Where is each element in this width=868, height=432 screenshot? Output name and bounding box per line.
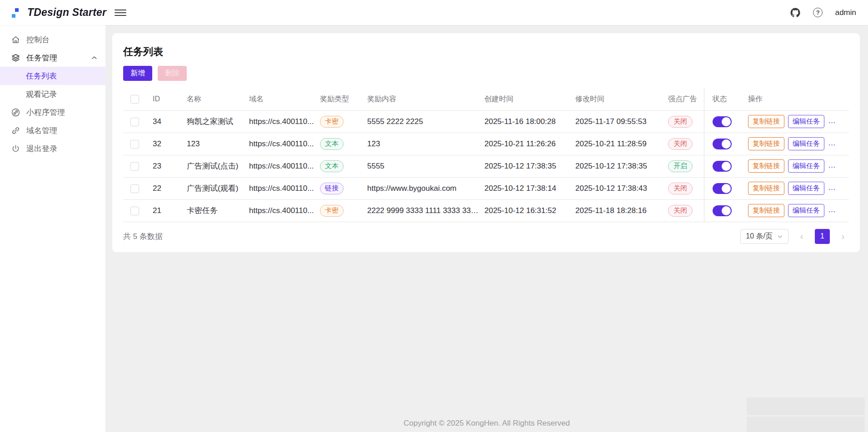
reward-type-tag: 文本 [320, 138, 344, 150]
col-reward-type: 奖励类型 [320, 88, 367, 110]
cell-name: 狗凯之家测试 [187, 110, 249, 133]
table-row: 23 广告测试(点击) https://cs.400110... 文本 5555… [123, 155, 849, 177]
cell-created-time: 2025-11-16 18:00:28 [484, 110, 575, 133]
cell-actions: 复制链接编辑任务查看数据 [742, 155, 849, 177]
row-checkbox[interactable] [130, 140, 139, 149]
table-header-row: ID 名称 域名 奖励类型 奖励内容 创建时间 修改时间 强点广告 状态 操作 [123, 88, 849, 110]
power-icon [11, 144, 20, 154]
edit-task-button[interactable]: 编辑任务 [788, 204, 824, 217]
row-checkbox[interactable] [130, 162, 139, 171]
cell-reward-content: 2222 9999 3333 1111 3333 333... [367, 199, 484, 222]
edit-task-button[interactable]: 编辑任务 [788, 137, 824, 150]
table-row: 21 卡密任务 https://cs.400110... 卡密 2222 999… [123, 199, 849, 222]
col-created-time: 创建时间 [484, 88, 575, 110]
status-toggle[interactable] [713, 183, 732, 194]
col-name: 名称 [187, 88, 249, 110]
app-title: TDesign Starter [27, 6, 106, 19]
sidebar-item-label: 小程序管理 [26, 107, 98, 118]
status-toggle[interactable] [713, 116, 732, 127]
prev-page-button[interactable]: ‹ [796, 231, 808, 242]
reward-type-tag: 链接 [320, 183, 344, 194]
sidebar-item-miniapp-manage[interactable]: 小程序管理 [0, 103, 105, 121]
chevron-up-icon [91, 55, 98, 61]
row-checkbox[interactable] [130, 207, 139, 215]
next-page-button[interactable]: › [837, 231, 849, 242]
edit-task-button[interactable]: 编辑任务 [788, 182, 824, 195]
cell-updated-time: 2025-10-12 17:38:35 [575, 155, 668, 177]
table-row: 34 狗凯之家测试 https://cs.400110... 卡密 5555 2… [123, 110, 849, 133]
cell-created-time: 2025-10-21 11:26:26 [484, 133, 575, 155]
cell-name: 广告测试(点击) [187, 155, 249, 177]
sidebar-item-task-list[interactable]: 任务列表 [0, 67, 105, 85]
cell-name: 广告测试(观看) [187, 177, 249, 199]
cell-id: 21 [153, 199, 187, 222]
col-id: ID [153, 88, 187, 110]
edit-task-button[interactable]: 编辑任务 [788, 115, 824, 128]
page-size-select[interactable]: 10 条/页 [740, 229, 788, 244]
status-toggle[interactable] [713, 205, 732, 216]
cell-actions: 复制链接编辑任务查看数据 [742, 199, 849, 222]
force-ad-tag: 关闭 [668, 205, 693, 217]
task-list-card: 任务列表 新增 删除 ID 名称 域名 奖励类型 奖励内容 创建时间 修改时间 … [112, 33, 860, 252]
sidebar-nav: 控制台 任务管理 任务列表 观看记录 小程序管理 域名管理 退出登录 [0, 25, 105, 432]
sidebar-item-task-manage[interactable]: 任务管理 [0, 49, 105, 67]
cell-id: 34 [153, 110, 187, 133]
col-updated-time: 修改时间 [575, 88, 668, 110]
pagination-bar: 共 5 条数据 10 条/页 ‹ 1 › [123, 229, 849, 244]
sidebar-item-domain-manage[interactable]: 域名管理 [0, 121, 105, 139]
cell-id: 32 [153, 133, 187, 155]
cell-name: 123 [187, 133, 249, 155]
cell-updated-time: 2025-10-12 17:38:43 [575, 177, 668, 199]
cell-reward-content: 5555 2222 2225 [367, 110, 484, 133]
table-row: 32 123 https://cs.400110... 文本 123 2025-… [123, 133, 849, 155]
row-checkbox[interactable] [130, 118, 139, 126]
cell-created-time: 2025-10-12 16:31:52 [484, 199, 575, 222]
edit-task-button[interactable]: 编辑任务 [788, 159, 824, 173]
github-icon[interactable] [790, 7, 801, 18]
col-domain: 域名 [249, 88, 320, 110]
task-table: ID 名称 域名 奖励类型 奖励内容 创建时间 修改时间 强点广告 状态 操作 … [123, 88, 849, 222]
watermark-box [747, 417, 865, 432]
top-bar: TDesign Starter ? admin [0, 0, 868, 25]
cell-created-time: 2025-10-12 17:38:14 [484, 177, 575, 199]
page-number-button[interactable]: 1 [815, 229, 830, 244]
copy-link-button[interactable]: 复制链接 [748, 115, 784, 128]
cell-reward-content: https://www.bygoukai.com [367, 177, 484, 199]
copy-link-button[interactable]: 复制链接 [748, 182, 784, 195]
copy-link-button[interactable]: 复制链接 [748, 159, 784, 173]
table-body: 34 狗凯之家测试 https://cs.400110... 卡密 5555 2… [123, 110, 849, 222]
copy-link-button[interactable]: 复制链接 [748, 137, 784, 150]
main-content: 任务列表 新增 删除 ID 名称 域名 奖励类型 奖励内容 创建时间 修改时间 … [105, 25, 868, 432]
force-ad-tag: 开启 [668, 160, 693, 172]
watermark-box [747, 397, 865, 415]
sidebar-item-label: 任务列表 [26, 71, 98, 81]
sidebar-item-logout[interactable]: 退出登录 [0, 139, 105, 158]
page-title: 任务列表 [123, 45, 849, 59]
sidebar-item-label: 域名管理 [26, 125, 98, 136]
status-toggle[interactable] [713, 161, 732, 172]
table-row: 22 广告测试(观看) https://cs.400110... 链接 http… [123, 177, 849, 199]
row-checkbox[interactable] [130, 184, 139, 193]
app-logo: TDesign Starter [10, 6, 106, 20]
user-menu[interactable]: admin [835, 8, 856, 17]
sidebar-item-watch-records[interactable]: 观看记录 [0, 85, 105, 103]
sidebar-item-console[interactable]: 控制台 [0, 30, 105, 49]
delete-button[interactable]: 删除 [158, 66, 187, 81]
cell-name: 卡密任务 [187, 199, 249, 222]
collapse-menu-icon[interactable] [115, 7, 126, 19]
layers-icon [11, 53, 20, 63]
reward-type-tag: 卡密 [320, 205, 344, 217]
force-ad-tag: 关闭 [668, 116, 693, 128]
help-icon[interactable]: ? [813, 7, 823, 18]
add-button[interactable]: 新增 [123, 66, 152, 81]
cell-domain: https://cs.400110... [249, 133, 320, 155]
cell-updated-time: 2025-10-21 11:28:59 [575, 133, 668, 155]
cell-actions: 复制链接编辑任务查看数据 [742, 133, 849, 155]
cell-domain: https://cs.400110... [249, 177, 320, 199]
cell-domain: https://cs.400110... [249, 155, 320, 177]
cell-updated-time: 2025-11-17 09:55:53 [575, 110, 668, 133]
copy-link-button[interactable]: 复制链接 [748, 204, 784, 217]
status-toggle[interactable] [713, 139, 732, 149]
select-all-checkbox[interactable] [130, 95, 139, 104]
cell-created-time: 2025-10-12 17:38:35 [484, 155, 575, 177]
